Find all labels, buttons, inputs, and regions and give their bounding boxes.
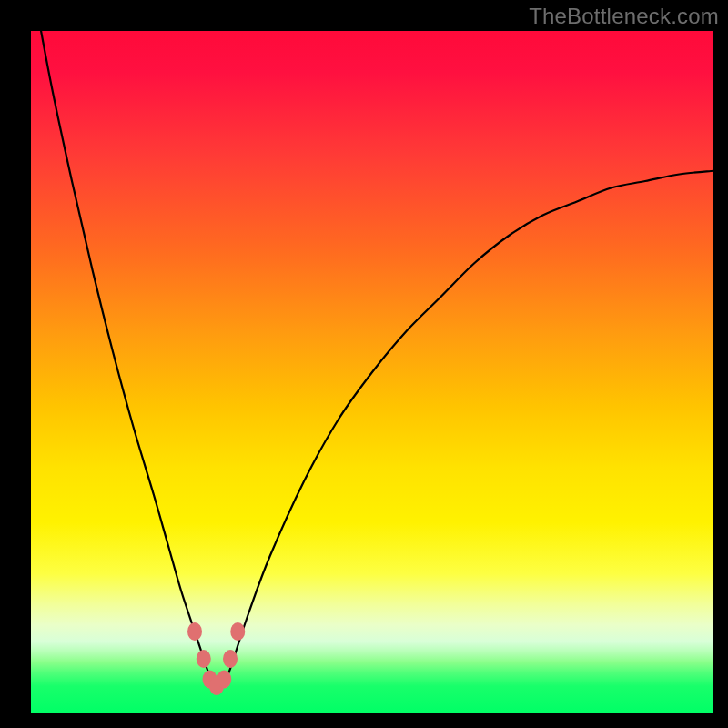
curve-marker xyxy=(197,650,211,668)
bottleneck-curve xyxy=(31,0,713,688)
watermark-text: TheBottleneck.com xyxy=(529,4,719,29)
curve-marker xyxy=(230,622,245,641)
chart-frame: TheBottleneck.com xyxy=(0,0,728,728)
chart-gradient-background xyxy=(31,31,713,713)
bottleneck-curve-svg xyxy=(31,31,713,713)
curve-markers xyxy=(187,622,245,695)
curve-marker xyxy=(187,622,202,641)
curve-marker xyxy=(223,650,238,668)
curve-marker xyxy=(217,671,231,689)
